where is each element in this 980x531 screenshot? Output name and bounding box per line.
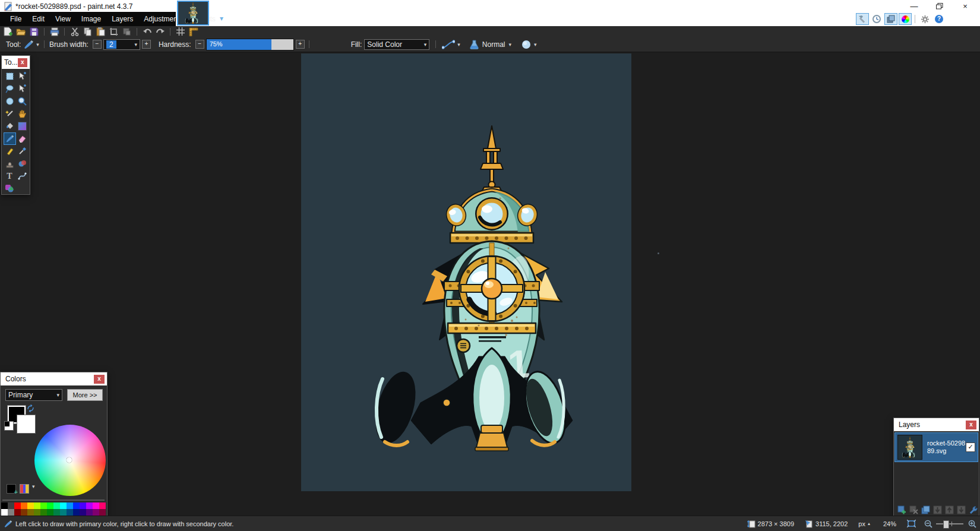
layers-window-titlebar[interactable]: Layers x bbox=[894, 418, 979, 431]
tool-ellipse-select[interactable] bbox=[4, 95, 16, 108]
palette-swatch[interactable] bbox=[8, 509, 14, 516]
brush-width-combobox[interactable]: 2 ▾ bbox=[103, 39, 140, 50]
tool-color-picker[interactable] bbox=[16, 145, 29, 157]
tool-paintbrush[interactable] bbox=[4, 132, 16, 145]
palette-swatch[interactable] bbox=[8, 502, 14, 509]
tool-move-selection[interactable] bbox=[16, 83, 29, 95]
zoom-out-button[interactable] bbox=[924, 520, 932, 528]
colors-panel-button[interactable] bbox=[899, 13, 912, 25]
palette-swatch[interactable] bbox=[53, 509, 60, 516]
palette-swatch[interactable] bbox=[1, 502, 8, 509]
menu-item-edit[interactable]: Edit bbox=[27, 15, 50, 23]
hardness-increase-button[interactable]: + bbox=[296, 40, 305, 49]
hardness-slider[interactable]: 75% bbox=[206, 39, 294, 50]
cut-button[interactable] bbox=[69, 27, 80, 37]
fill-style-caret[interactable]: ▾ bbox=[421, 42, 427, 48]
layer-properties-button[interactable] bbox=[968, 505, 978, 515]
tool-shapes[interactable] bbox=[4, 182, 16, 195]
palette-swatch[interactable] bbox=[67, 502, 73, 509]
menu-item-layers[interactable]: Layers bbox=[106, 15, 138, 23]
grid-toggle-button[interactable] bbox=[175, 27, 186, 37]
palette-swatch[interactable] bbox=[80, 509, 86, 516]
brush-smoothing-caret[interactable]: ▾ bbox=[534, 42, 537, 48]
antialiasing-icon[interactable] bbox=[442, 40, 455, 49]
move-layer-down-button[interactable] bbox=[956, 505, 966, 515]
palette-swatch[interactable] bbox=[93, 509, 99, 516]
more-button[interactable]: More >> bbox=[67, 389, 103, 401]
palette-swatch[interactable] bbox=[73, 502, 80, 509]
zoom-fit-button[interactable] bbox=[907, 520, 916, 527]
palette-swatch[interactable] bbox=[47, 502, 53, 509]
brush-smoothing-icon[interactable] bbox=[521, 39, 532, 50]
colors-window-titlebar[interactable]: Colors x bbox=[1, 372, 107, 385]
reset-colors-swatch[interactable] bbox=[4, 421, 14, 431]
duplicate-layer-button[interactable] bbox=[920, 505, 931, 515]
ruler-toggle-button[interactable] bbox=[188, 27, 199, 37]
swap-colors-icon[interactable] bbox=[27, 404, 34, 412]
layers-window-close-button[interactable]: x bbox=[966, 421, 976, 429]
palette-swatch[interactable] bbox=[21, 502, 27, 509]
current-tool-paintbrush-icon[interactable] bbox=[23, 40, 34, 49]
palette-swatch[interactable] bbox=[86, 509, 93, 516]
tool-line-curve[interactable] bbox=[16, 170, 29, 182]
tool-eraser[interactable] bbox=[16, 132, 29, 145]
tab-list-chevron-icon[interactable]: ▾ bbox=[220, 14, 223, 23]
palette-swatch[interactable] bbox=[93, 502, 99, 509]
palette-swatch[interactable] bbox=[60, 502, 67, 509]
palette-swatch[interactable] bbox=[86, 502, 93, 509]
add-color-button[interactable]: + bbox=[7, 484, 16, 494]
tool-rectangle-select[interactable] bbox=[4, 70, 16, 83]
menu-item-image[interactable]: Image bbox=[76, 15, 106, 23]
deselect-button[interactable] bbox=[121, 27, 132, 37]
add-layer-button[interactable] bbox=[896, 505, 907, 515]
move-layer-up-button[interactable] bbox=[944, 505, 954, 515]
tool-text[interactable]: T bbox=[4, 170, 16, 182]
palette-swatch[interactable] bbox=[34, 509, 40, 516]
tools-window-titlebar[interactable]: To... x bbox=[2, 56, 30, 69]
menu-item-view[interactable]: View bbox=[50, 15, 76, 23]
secondary-color-swatch[interactable] bbox=[17, 415, 35, 433]
blend-mode-caret[interactable]: ▾ bbox=[509, 42, 512, 48]
zoom-slider[interactable] bbox=[936, 523, 963, 524]
palette-swatch[interactable] bbox=[47, 509, 53, 516]
merge-down-button[interactable] bbox=[932, 505, 943, 515]
layer-visibility-checkbox[interactable]: ✓ bbox=[966, 442, 975, 452]
color-wheel-selector[interactable] bbox=[67, 457, 72, 463]
open-button[interactable] bbox=[15, 27, 27, 37]
close-button[interactable]: × bbox=[955, 1, 975, 12]
zoom-level[interactable]: 24% bbox=[883, 520, 896, 527]
brush-width-caret[interactable]: ▾ bbox=[131, 42, 137, 48]
tool-magic-wand[interactable] bbox=[4, 108, 16, 120]
copy-button[interactable] bbox=[82, 27, 93, 37]
restore-button[interactable] bbox=[930, 1, 950, 12]
palette-swatch[interactable] bbox=[1, 509, 8, 516]
palette-swatch[interactable] bbox=[73, 509, 80, 516]
help-button[interactable]: ? bbox=[932, 13, 946, 25]
palette-swatch[interactable] bbox=[99, 502, 106, 509]
workspace[interactable] bbox=[0, 52, 980, 516]
brush-width-increase-button[interactable]: + bbox=[142, 40, 151, 49]
tool-lasso-select[interactable] bbox=[4, 83, 16, 95]
palette-swatch[interactable] bbox=[53, 502, 60, 509]
tool-dropdown-caret[interactable]: ▾ bbox=[36, 42, 39, 48]
brush-width-decrease-button[interactable]: − bbox=[93, 40, 102, 49]
unit-selector[interactable]: px ▴ bbox=[858, 520, 872, 527]
palette-swatch[interactable] bbox=[27, 502, 34, 509]
palette-swatch[interactable] bbox=[34, 502, 40, 509]
print-button[interactable] bbox=[49, 27, 60, 37]
antialiasing-caret[interactable]: ▾ bbox=[457, 42, 460, 48]
zoom-slider-thumb[interactable] bbox=[943, 520, 949, 529]
new-button[interactable] bbox=[2, 27, 14, 37]
save-button[interactable] bbox=[29, 27, 40, 37]
zoom-in-button[interactable] bbox=[968, 520, 976, 528]
color-mode-caret[interactable]: ▾ bbox=[53, 392, 59, 398]
palette-swatch[interactable] bbox=[40, 509, 47, 516]
tool-move-selected-pixels[interactable] bbox=[16, 70, 29, 83]
fill-style-combobox[interactable]: Solid Color ▾ bbox=[364, 39, 429, 50]
palette-swatch[interactable] bbox=[99, 509, 106, 516]
palette-swatch[interactable] bbox=[40, 502, 47, 509]
tool-pan[interactable] bbox=[16, 108, 29, 120]
palette-swatch[interactable] bbox=[27, 509, 34, 516]
redo-button[interactable] bbox=[154, 27, 166, 37]
canvas[interactable] bbox=[301, 53, 631, 491]
